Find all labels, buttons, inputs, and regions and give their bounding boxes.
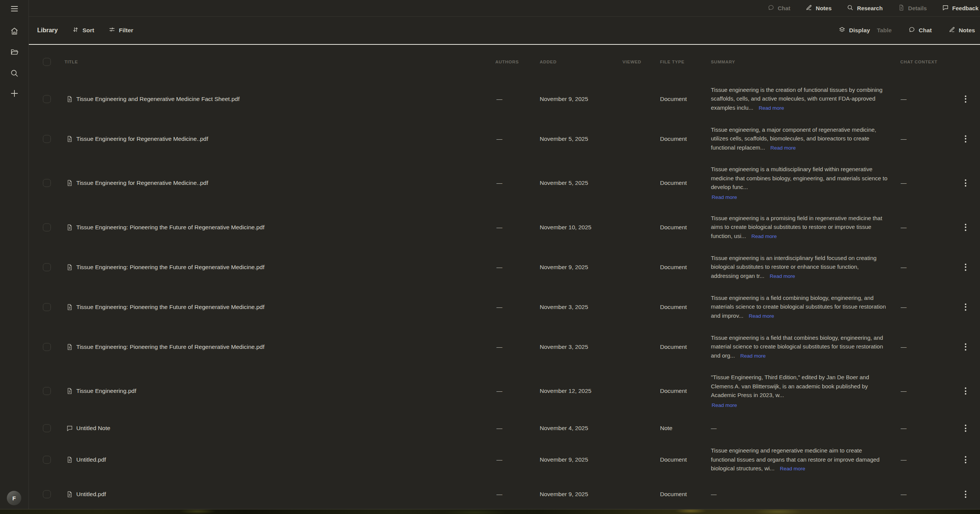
row-summary: — [711,424,888,433]
table-row[interactable]: Untitled.pdf — November 9, 2025 Document… [29,441,980,478]
topbar-feedback-button[interactable]: Feedback [942,4,978,12]
topbar-notes-button[interactable]: Notes [805,4,832,12]
topbar-research-button[interactable]: Research [847,4,883,12]
read-more-link[interactable]: Read more [770,273,795,279]
row-file-type: Document [660,180,687,186]
row-title[interactable]: Untitled Note [76,425,110,431]
row-authors: — [496,135,503,142]
header-title[interactable]: TITLE [65,60,78,64]
row-title[interactable]: Tissue Engineering: Pioneering the Futur… [76,224,264,231]
page-title: Library [37,27,58,34]
row-checkbox[interactable] [43,95,51,103]
row-summary-text: Tissue engineering is a multidisciplinar… [711,166,888,190]
header-file-type[interactable]: FILE TYPE [660,60,684,64]
header-added[interactable]: ADDED [540,60,557,64]
row-title[interactable]: Tissue Engineering: Pioneering the Futur… [76,304,264,310]
top-bar: Chat Notes Research Details [29,0,980,17]
avatar[interactable]: F [7,491,21,505]
row-authors: — [496,264,503,271]
sidebar-item-library[interactable] [0,47,29,57]
row-added-date: November 3, 2025 [540,304,588,310]
row-title[interactable]: Tissue Engineering for Regenerative Medi… [76,180,208,186]
read-more-link[interactable]: Read more [712,193,888,202]
row-kebab-menu-button[interactable] [963,341,969,353]
topbar-details-button[interactable]: Details [898,4,927,12]
header-chat-context[interactable]: CHAT CONTEXT [900,60,937,64]
read-more-link[interactable]: Read more [712,401,888,410]
row-kebab-menu-button[interactable] [963,423,969,434]
row-checkbox[interactable] [43,135,51,143]
panel-notes-button[interactable]: Notes [948,26,975,35]
row-title[interactable]: Tissue Engineering for Regenerative Medi… [76,135,208,142]
row-title[interactable]: Tissue Engineering and Regenerative Medi… [76,95,240,102]
row-kebab-menu-button[interactable] [963,385,969,397]
row-kebab-menu-button[interactable] [963,221,969,233]
row-kebab-menu-button[interactable] [963,261,969,273]
display-button[interactable]: Display [838,26,870,35]
sidebar-item-search[interactable] [0,68,29,79]
row-title[interactable]: Untitled.pdf [76,491,106,498]
table-row[interactable]: Tissue Engineering: Pioneering the Futur… [29,247,980,287]
row-title[interactable]: Tissue Engineering: Pioneering the Futur… [76,264,264,271]
read-more-link[interactable]: Read more [759,105,784,111]
search-icon [10,69,19,78]
row-checkbox[interactable] [43,425,51,432]
row-kebab-menu-button[interactable] [963,489,969,500]
row-kebab-menu-button[interactable] [963,301,969,313]
table-row[interactable]: Tissue Engineering.pdf — November 12, 20… [29,367,980,415]
row-checkbox[interactable] [43,343,51,351]
row-title[interactable]: Tissue Engineering: Pioneering the Futur… [76,344,264,350]
row-file-type: Document [660,344,687,350]
table-row[interactable]: Untitled.pdf — November 9, 2025 Document… [29,478,980,510]
row-checkbox[interactable] [43,179,51,187]
row-type-icon [66,303,73,310]
read-more-link[interactable]: Read more [780,466,805,471]
read-more-link[interactable]: Read more [749,313,774,319]
read-more-link[interactable]: Read more [770,145,796,151]
row-checkbox[interactable] [43,490,51,498]
panel-notes-label: Notes [959,27,975,34]
row-summary: — [711,490,888,499]
row-file-type: Document [660,304,687,310]
row-kebab-menu-button[interactable] [963,177,969,189]
sort-button[interactable]: Sort [72,26,94,35]
main-area: Chat Notes Research Details [29,0,980,509]
row-summary: Tissue engineering is a field combining … [711,293,888,321]
table-row[interactable]: Untitled Note — November 4, 2025 Note — … [29,415,980,441]
row-checkbox[interactable] [43,223,51,231]
row-added-date: November 12, 2025 [540,388,591,395]
header-viewed[interactable]: VIEWED [622,60,641,64]
table-row[interactable]: Tissue Engineering for Regenerative Medi… [29,159,980,207]
row-kebab-menu-button[interactable] [963,454,969,466]
table-row[interactable]: Tissue Engineering and Regenerative Medi… [29,79,980,119]
row-file-type: Document [660,388,687,395]
row-title[interactable]: Tissue Engineering.pdf [76,388,136,395]
sidebar-item-home[interactable] [0,26,29,37]
table-row[interactable]: Tissue Engineering: Pioneering the Futur… [29,207,980,247]
header-summary[interactable]: SUMMARY [711,60,735,64]
row-title[interactable]: Untitled.pdf [76,456,106,463]
read-more-link[interactable]: Read more [740,353,766,359]
row-kebab-menu-button[interactable] [963,93,969,105]
row-checkbox[interactable] [43,263,51,271]
sidebar-item-add[interactable] [0,88,29,99]
chat-bubble-icon [767,4,774,12]
row-type-icon [66,456,73,463]
table-row[interactable]: Tissue Engineering for Regenerative Medi… [29,119,980,159]
row-kebab-menu-button[interactable] [963,133,969,145]
row-type-icon [66,180,73,187]
table-row[interactable]: Tissue Engineering: Pioneering the Futur… [29,287,980,327]
row-checkbox[interactable] [43,387,51,395]
row-checkbox[interactable] [43,303,51,311]
read-more-link[interactable]: Read more [751,234,777,239]
row-checkbox[interactable] [43,456,51,464]
panel-chat-button[interactable]: Chat [908,26,931,35]
filter-button[interactable]: Filter [108,26,133,35]
header-authors[interactable]: AUTHORS [495,60,519,64]
menu-hamburger-button[interactable] [0,4,29,14]
table-row[interactable]: Tissue Engineering: Pioneering the Futur… [29,327,980,367]
library-toolbar: Library Sort Filter [29,17,980,44]
row-authors: — [496,456,503,463]
topbar-chat-button[interactable]: Chat [767,4,790,12]
select-all-checkbox[interactable] [43,58,51,66]
